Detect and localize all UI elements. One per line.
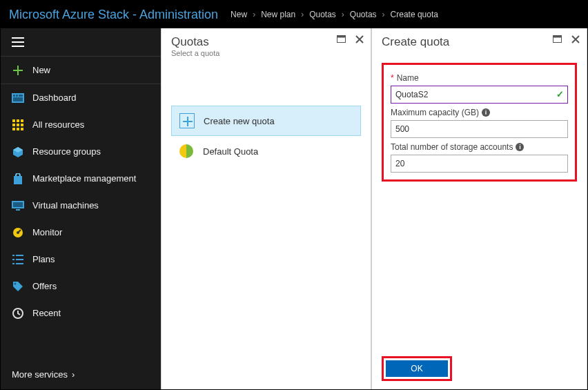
chevron-right-icon: › (301, 10, 304, 19)
svg-rect-19 (16, 209, 20, 211)
sidebar-item-all-resources[interactable]: All resources (1, 111, 161, 138)
svg-rect-2 (16, 95, 18, 97)
breadcrumb-item[interactable]: Create quota (391, 10, 438, 19)
svg-rect-7 (21, 119, 23, 122)
close-button[interactable] (571, 35, 580, 43)
more-services-button[interactable]: More services › (1, 358, 161, 390)
ok-button[interactable]: OK (386, 360, 448, 377)
sidebar-item-vms[interactable]: Virtual machines (1, 192, 161, 219)
hamburger-icon (12, 37, 24, 47)
plus-icon (13, 66, 23, 75)
maximize-icon (337, 35, 346, 43)
sidebar-item-label: All resources (32, 119, 84, 130)
check-icon: ✓ (556, 89, 564, 99)
grid-icon (12, 119, 24, 131)
chevron-right-icon: › (72, 369, 75, 380)
blade-create-quota: Create quota *Name ✓ Maximum capacity (G… (371, 28, 587, 390)
create-new-quota-row[interactable]: Create new quota (171, 106, 361, 136)
maximize-button[interactable] (553, 35, 562, 43)
svg-rect-8 (12, 124, 15, 126)
close-icon (571, 35, 580, 43)
sidebar-item-label: Recent (32, 308, 61, 318)
sidebar-item-offers[interactable]: Offers (1, 273, 161, 300)
maximize-icon (553, 35, 562, 43)
svg-rect-5 (12, 119, 15, 122)
quota-row-label: Default Quota (203, 146, 258, 157)
accounts-label: Total number of storage accountsi (391, 139, 568, 155)
tag-icon (12, 280, 24, 293)
quota-row-label: Create new quota (204, 116, 275, 126)
chevron-right-icon: › (342, 10, 344, 19)
svg-rect-1 (13, 95, 15, 97)
hamburger-button[interactable] (1, 28, 161, 56)
blade-title: Quotas (171, 35, 361, 49)
sidebar-item-resource-groups[interactable]: Resource groups (1, 138, 161, 165)
close-button[interactable] (355, 35, 364, 43)
sidebar-item-label: Plans (32, 254, 55, 264)
svg-rect-18 (13, 202, 23, 207)
default-quota-row[interactable]: Default Quota (171, 136, 361, 166)
ok-highlight: OK (382, 356, 452, 381)
svg-rect-11 (12, 128, 15, 130)
blade-subtitle: Select a quota (171, 49, 361, 57)
sidebar: New Dashboard All resources Resource gro… (1, 28, 161, 390)
shell: New Dashboard All resources Resource gro… (1, 28, 587, 390)
pie-icon (179, 144, 193, 158)
dashboard-icon (12, 92, 24, 104)
maximize-button[interactable] (337, 35, 346, 43)
sidebar-item-label: Resource groups (32, 146, 101, 157)
svg-rect-6 (17, 119, 19, 122)
chevron-right-icon: › (253, 10, 255, 19)
sidebar-item-label: Offers (32, 281, 57, 291)
sidebar-item-label: New (32, 65, 50, 75)
list-icon (12, 253, 24, 266)
info-icon[interactable]: i (516, 143, 524, 151)
svg-rect-3 (19, 95, 23, 97)
breadcrumb-item[interactable]: New (231, 10, 247, 19)
sidebar-item-recent[interactable]: Recent (1, 300, 161, 326)
action-bar: OK (372, 349, 587, 390)
svg-rect-10 (21, 124, 23, 126)
svg-rect-28 (553, 36, 562, 38)
breadcrumb-item[interactable]: Quotas (309, 10, 336, 19)
svg-rect-26 (337, 36, 346, 38)
required-indicator: * (391, 73, 394, 83)
blade-title: Create quota (382, 35, 577, 49)
info-icon[interactable]: i (482, 108, 490, 117)
sidebar-item-new[interactable]: New (1, 57, 161, 84)
blade-quotas: Quotas Select a quota Create new quota D… (161, 28, 371, 390)
monitor-icon (12, 199, 24, 212)
svg-rect-16 (14, 176, 22, 184)
plus-box-icon (179, 113, 195, 128)
blade-header: Quotas Select a quota (161, 28, 371, 64)
sidebar-item-label: Virtual machines (32, 200, 99, 211)
accounts-input[interactable] (391, 155, 568, 173)
name-input[interactable] (391, 86, 568, 104)
svg-point-23 (14, 282, 17, 284)
name-label: *Name (391, 70, 568, 86)
sidebar-item-label: Monitor (32, 227, 62, 237)
breadcrumb-item[interactable]: Quotas (350, 10, 377, 19)
breadcrumb-item[interactable]: New plan (261, 10, 295, 19)
blade-header: Create quota (372, 28, 587, 56)
topbar: Microsoft Azure Stack - Administration N… (1, 1, 587, 28)
sidebar-item-monitor[interactable]: Monitor (1, 219, 161, 246)
sidebar-item-dashboard[interactable]: Dashboard (1, 84, 161, 111)
app-title: Microsoft Azure Stack - Administration (9, 8, 218, 22)
svg-rect-13 (21, 128, 23, 130)
capacity-label: Maximum capacity (GB)i (391, 105, 568, 120)
sidebar-item-plans[interactable]: Plans (1, 246, 161, 273)
clock-icon (12, 307, 24, 320)
svg-rect-9 (17, 124, 19, 126)
gauge-icon (12, 226, 24, 239)
sidebar-item-label: Marketplace management (32, 173, 136, 184)
blade-body: *Name ✓ Maximum capacity (GB)i Total num… (372, 56, 587, 349)
sidebar-item-marketplace[interactable]: Marketplace management (1, 165, 161, 192)
sidebar-item-label: Dashboard (32, 92, 77, 103)
capacity-input[interactable] (391, 120, 568, 138)
close-icon (355, 35, 364, 43)
more-services-label: More services (12, 369, 68, 380)
store-icon (12, 173, 24, 185)
blades: Quotas Select a quota Create new quota D… (161, 28, 587, 390)
chevron-right-icon: › (382, 10, 385, 19)
